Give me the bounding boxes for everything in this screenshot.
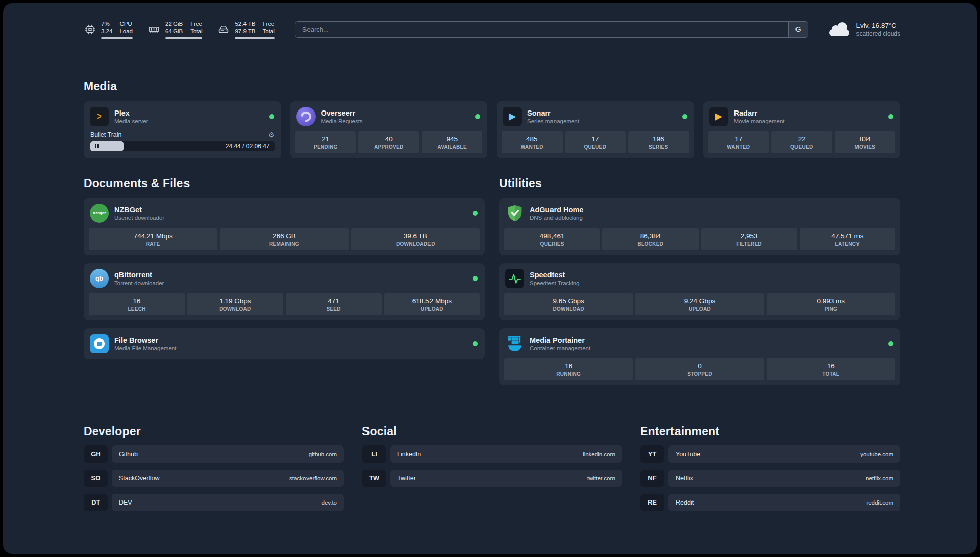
radarr-icon: ▶ — [709, 107, 728, 126]
free-label: Free — [190, 20, 202, 28]
plex-now-playing: Bullet Train ⚙ 24:44 / 02:06:47 — [89, 131, 276, 151]
bookmark-group-entertainment: Entertainment YT YouTube youtube.com NF … — [640, 425, 900, 511]
memory-icon — [148, 23, 160, 36]
cpu-label: CPU — [119, 20, 133, 28]
service-card-filebrowser[interactable]: File Browser Media File Management — [84, 328, 485, 359]
stat-value: 471 — [288, 297, 380, 305]
service-desc: Series management — [527, 118, 579, 124]
bookmark-stackoverflow[interactable]: SO StackOverflow stackoverflow.com — [84, 470, 344, 487]
stat-block: 1.19 Gbps DOWNLOAD — [187, 293, 283, 315]
bookmark-name: Netflix — [676, 475, 693, 482]
service-card-adguard[interactable]: AdGuard Home DNS and adblocking 498,461 … — [499, 198, 900, 255]
bookmark-netflix[interactable]: NF Netflix netflix.com — [640, 470, 900, 487]
cpu-load-value: 3.24 — [101, 28, 112, 35]
stat-block: 0.993 ms PING — [767, 293, 895, 315]
stat-label: RATE — [91, 241, 215, 247]
service-desc: Speedtest Tracking — [530, 280, 579, 286]
stat-label: QUEUED — [567, 144, 624, 150]
service-card-sonarr[interactable]: ▶ Sonarr Series management 485 WANTED 17… — [497, 101, 694, 158]
bookmark-domain: netflix.com — [866, 475, 893, 481]
search-provider-button[interactable]: G — [788, 22, 808, 37]
portainer-icon — [505, 334, 524, 353]
status-dot — [475, 114, 480, 119]
stat-block: 16 TOTAL — [767, 358, 895, 380]
stat-value: 0 — [637, 362, 762, 370]
stat-block: 40 APPROVED — [358, 131, 419, 153]
bookmark-abbr: GH — [84, 445, 108, 463]
stat-block: 47.571 ms LATENCY — [800, 228, 895, 250]
stat-block: 9.65 Gbps DOWNLOAD — [504, 293, 633, 315]
bookmark-domain: reddit.com — [866, 499, 893, 506]
cpu-icon — [84, 23, 96, 36]
bookmark-domain: github.com — [309, 451, 337, 457]
service-card-speedtest[interactable]: Speedtest Speedtest Tracking 9.65 Gbps D… — [499, 263, 900, 320]
now-playing-title: Bullet Train — [90, 131, 122, 138]
playback-progress-bar[interactable]: 24:44 / 02:06:47 — [90, 141, 275, 151]
bookmark-youtube[interactable]: YT YouTube youtube.com — [640, 445, 900, 463]
stat-block: 744.21 Mbps RATE — [89, 228, 217, 250]
overseerr-icon — [296, 107, 316, 126]
stat-block: 16 RUNNING — [504, 358, 633, 380]
bookmark-name: Github — [119, 451, 138, 458]
stat-value: 744.21 Mbps — [91, 232, 215, 240]
bookmark-group-developer: Developer GH Github github.com SO StackO… — [84, 425, 344, 511]
stat-value: 47.571 ms — [802, 232, 893, 240]
stat-label: DOWNLOADED — [353, 241, 478, 247]
bookmark-name: Twitter — [397, 475, 416, 482]
service-card-radarr[interactable]: ▶ Radarr Movie management 17 WANTED 22 Q… — [703, 101, 901, 158]
free-label: Free — [263, 20, 275, 28]
nzbget-icon: nzbget — [90, 204, 109, 223]
bookmark-domain: youtube.com — [860, 451, 893, 457]
service-card-overseerr[interactable]: Overseerr Media Requests 21 PENDING 40 A… — [290, 101, 488, 158]
service-card-plex[interactable]: > Plex Media server Bullet Train ⚙ — [84, 101, 281, 158]
sonarr-icon: ▶ — [503, 107, 522, 126]
stat-label: LATENCY — [802, 241, 893, 247]
search-bar[interactable]: G — [295, 21, 808, 38]
plex-icon: > — [90, 107, 109, 126]
service-desc: Media File Management — [114, 345, 176, 351]
service-card-portainer[interactable]: Media Portainer Container management 16 … — [499, 328, 900, 385]
gear-icon[interactable]: ⚙ — [268, 131, 275, 138]
weather-location: Lviv, 16.87°C — [856, 22, 900, 29]
stat-value: 2,953 — [703, 232, 795, 240]
section-title-entertainment: Entertainment — [640, 425, 900, 438]
stat-value: 39.6 TB — [353, 232, 478, 240]
bookmark-name: YouTube — [676, 451, 700, 458]
bookmark-reddit[interactable]: RE Reddit reddit.com — [640, 494, 900, 511]
memory-total-value: 64 GiB — [165, 28, 183, 35]
stat-value: 0.993 ms — [769, 297, 893, 305]
bookmark-domain: stackoverflow.com — [289, 475, 337, 481]
section-title-utilities: Utilities — [499, 177, 900, 190]
service-card-nzbget[interactable]: nzbget NZBGet Usenet downloader 744.21 M… — [84, 198, 485, 255]
stat-value: 834 — [837, 135, 894, 143]
stat-block: 9.24 Gbps UPLOAD — [635, 293, 764, 315]
stat-label: QUERIES — [506, 241, 598, 247]
search-input[interactable] — [295, 22, 788, 37]
playback-time: 24:44 / 02:06:47 — [226, 143, 270, 150]
bookmark-linkedin[interactable]: LI LinkedIn linkedin.com — [362, 445, 622, 463]
playback-progress-fill — [90, 141, 124, 151]
stat-value: 485 — [504, 135, 561, 143]
bookmark-github[interactable]: GH Github github.com — [84, 445, 344, 463]
stat-value: 86,384 — [604, 232, 696, 240]
stat-label: MOVIES — [837, 144, 894, 150]
stat-label: QUEUED — [773, 144, 830, 150]
cpu-widget: 7% 3.24 CPU Load — [84, 20, 133, 39]
section-title-documents: Documents & Files — [84, 177, 485, 190]
weather-condition: scattered clouds — [856, 30, 900, 37]
stat-block: 39.6 TB DOWNLOADED — [351, 228, 480, 250]
section-documents: Documents & Files nzbget NZBGet Usenet d… — [84, 177, 485, 359]
section-utilities: Utilities AdGuard Home — [499, 177, 900, 385]
disk-progress-bar — [235, 37, 274, 39]
service-desc: Usenet downloader — [114, 215, 164, 221]
service-card-qbittorrent[interactable]: qb qBittorrent Torrent downloader 16 LEE… — [84, 263, 485, 320]
stat-value: 196 — [630, 135, 687, 143]
pause-icon[interactable] — [95, 144, 99, 148]
stat-label: SERIES — [630, 144, 687, 150]
stat-label: AVAILABLE — [424, 144, 481, 150]
bookmark-twitter[interactable]: TW Twitter twitter.com — [362, 470, 622, 487]
stat-value: 17 — [710, 135, 767, 143]
bookmark-dev[interactable]: DT DEV dev.to — [84, 494, 344, 511]
stat-block: 16 LEECH — [89, 293, 185, 315]
section-media: Media > Plex Media server Bullet Train ⚙ — [84, 80, 900, 158]
